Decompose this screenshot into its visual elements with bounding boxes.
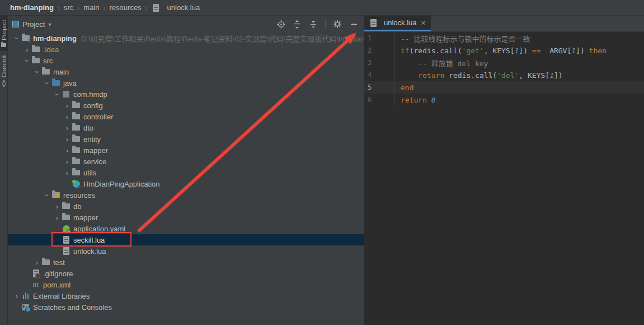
- folder-icon: [72, 112, 81, 121]
- chevron-collapsed-icon[interactable]: ›: [63, 113, 72, 120]
- tree-item-unlock.lua[interactable]: ›unlock.lua: [8, 245, 364, 257]
- tool-window-stripe: ProjectCommit: [0, 16, 8, 325]
- code-line-text: end: [395, 83, 413, 92]
- expand-all-icon[interactable]: [293, 20, 302, 29]
- : [72, 170, 80, 175]
- tree-item-External-Libraries[interactable]: ›External Libraries: [8, 290, 364, 301]
- chevron-collapsed-icon[interactable]: ›: [12, 292, 21, 300]
- folder-source-icon: [51, 78, 60, 87]
- code-token: (redis.call(: [410, 47, 462, 55]
- chevron-expanded-icon[interactable]: ›: [23, 56, 31, 65]
- chevron-collapsed-icon[interactable]: ›: [53, 203, 62, 210]
- breadcrumb-item-src[interactable]: src: [64, 3, 73, 12]
- code-token: 'del': [497, 71, 519, 80]
- tree-item-main[interactable]: ›main: [8, 66, 364, 77]
- line-number: 2: [364, 44, 395, 57]
- folder-icon: [31, 45, 40, 54]
- chevron-collapsed-icon[interactable]: ›: [63, 169, 72, 177]
- breadcrumb-item-unlock.lua[interactable]: unlock.lua: [167, 3, 200, 12]
- editor-tab-unlock-lua[interactable]: unlock.lua ×: [364, 16, 431, 31]
- breadcrumb: hm-dianping›src›main›resources›unlock.lu…: [0, 0, 644, 16]
- tree-item-label: controller: [83, 113, 113, 121]
- maven-icon: m: [31, 280, 40, 289]
- chevron-expanded-icon[interactable]: ›: [44, 78, 51, 87]
- tree-item-test[interactable]: ›test: [8, 257, 364, 268]
- code-token: 1: [549, 71, 554, 80]
- tree-item-pom.xml[interactable]: ›mpom.xml: [8, 279, 364, 290]
- code-token: ARGV[: [540, 47, 571, 55]
- tool-window-button-project[interactable]: Project: [0, 16, 8, 51]
- breadcrumb-separator-icon: ›: [145, 3, 148, 12]
- tree-item-controller[interactable]: ›controller: [8, 111, 364, 122]
- chevron-collapsed-icon[interactable]: ›: [63, 124, 72, 132]
- tree-item-src[interactable]: ›src: [8, 55, 364, 66]
- tree-item-mapper[interactable]: ›mapper: [8, 212, 364, 223]
- tree-item-label: .gitignore: [43, 270, 73, 278]
- tree-item-label: HmDianPingApplication: [83, 180, 160, 188]
- breadcrumb-item-resources[interactable]: resources: [110, 3, 142, 12]
- tree-item-label: dto: [83, 124, 93, 132]
- ide-window: hm-dianping›src›main›resources›unlock.lu…: [0, 0, 644, 325]
- : [62, 215, 70, 220]
- chevron-collapsed-icon[interactable]: ›: [63, 102, 72, 109]
- locate-icon[interactable]: [276, 20, 285, 29]
- code-token: if: [401, 47, 410, 55]
- code-token: [427, 96, 431, 104]
- : [153, 4, 159, 12]
- tree-item-java[interactable]: ›java: [8, 77, 364, 89]
- tree-item-service[interactable]: ›service: [8, 156, 364, 167]
- tree-item-dto[interactable]: ›dto: [8, 122, 364, 133]
- chevron-collapsed-icon[interactable]: ›: [63, 136, 72, 143]
- chevron-collapsed-icon[interactable]: ›: [63, 158, 72, 165]
- chevron-collapsed-icon[interactable]: ›: [22, 46, 31, 53]
- chevron-collapsed-icon[interactable]: ›: [53, 214, 62, 221]
- tree-item-config[interactable]: ›config: [8, 100, 364, 111]
- tree-item-com.hmdp[interactable]: ›com.hmdp: [8, 89, 364, 100]
- breadcrumb-item-main[interactable]: main: [83, 3, 99, 12]
- breadcrumb-separator-icon: ›: [58, 3, 60, 12]
- tree-item-label: config: [83, 101, 103, 110]
- tree-item-db[interactable]: ›db: [8, 201, 364, 212]
- settings-icon[interactable]: [333, 20, 342, 29]
- project-view-selector[interactable]: Project ▾: [12, 20, 51, 29]
- tree-item-.idea[interactable]: ›.idea: [8, 44, 364, 55]
- tree-item-resources[interactable]: ›resources: [8, 189, 364, 201]
- tool-window-button-commit[interactable]: Commit: [0, 51, 8, 91]
- close-icon[interactable]: ×: [421, 18, 426, 27]
- : [72, 114, 80, 119]
- tree-item-application.yaml[interactable]: ›application.yaml: [8, 223, 364, 234]
- lua-file-icon: [152, 3, 161, 12]
- tree-item-mapper[interactable]: ›mapper: [8, 145, 364, 156]
- chevron-expanded-icon[interactable]: ›: [44, 191, 51, 199]
- commit-icon: [2, 80, 6, 87]
- code-line-text: -- 比较线程标示与锁中的标示是否一致: [395, 33, 530, 44]
- : [63, 236, 69, 244]
- tree-item-label: src: [43, 57, 53, 65]
- hide-icon[interactable]: [349, 20, 358, 29]
- chevron-expanded-icon[interactable]: ›: [13, 34, 21, 43]
- tree-item-Scratches-and-Consoles[interactable]: ›Scratches and Consoles: [8, 301, 364, 313]
- : [32, 47, 40, 52]
- chevron-collapsed-icon[interactable]: ›: [32, 259, 41, 266]
- code-line-3: 3 -- 释放锁 del key: [364, 57, 644, 69]
- chevron-expanded-icon[interactable]: ›: [34, 67, 41, 76]
- folder-icon: [41, 258, 50, 267]
- collapse-all-icon[interactable]: [309, 20, 318, 29]
- chevron-collapsed-icon[interactable]: ›: [63, 147, 72, 154]
- tree-item-entity[interactable]: ›entity: [8, 133, 364, 145]
- tree-item-hm-dianping[interactable]: ›hm-dianpingD:\研究僧\工作相关\Redis\教程\Redis-笔…: [8, 32, 364, 44]
- code-token: ]): [554, 71, 563, 80]
- code-token: , KEYS[: [484, 47, 515, 55]
- editor-tab-label: unlock.lua: [384, 18, 417, 27]
- code-area: 1-- 比较线程标示与锁中的标示是否一致2if(redis.call('get'…: [364, 32, 644, 106]
- breadcrumb-item-hm-dianping[interactable]: hm-dianping: [10, 3, 54, 12]
- project-panel: Project ▾ ›hm-dianpingD:\研究僧\工作相关\Redis\…: [8, 16, 364, 325]
- tree-item-.gitignore[interactable]: ›.gitignore: [8, 268, 364, 279]
- tool-window-button-label: Commit: [1, 55, 7, 77]
- chevron-expanded-icon[interactable]: ›: [54, 90, 61, 99]
- : [62, 203, 70, 209]
- tree-item-HmDianPingApplication[interactable]: ›HmDianPingApplication: [8, 178, 364, 189]
- tree-item-label: pom.xml: [43, 281, 70, 289]
- tree-item-seckill.lua[interactable]: ›seckill.lua: [8, 234, 364, 245]
- tree-item-utils[interactable]: ›utils: [8, 167, 364, 178]
